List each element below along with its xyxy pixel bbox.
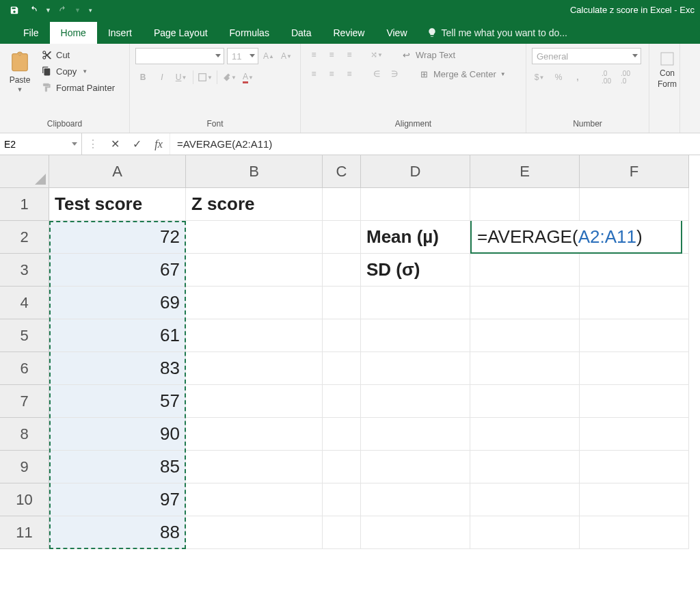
cell-B1[interactable]: Z score (186, 188, 323, 221)
column-header-A[interactable]: A (49, 155, 186, 188)
qat-customize-icon[interactable]: ▾ (89, 7, 92, 14)
cell-A3[interactable]: 67 (49, 254, 186, 287)
name-box-input[interactable] (4, 139, 59, 150)
cell-E6[interactable] (470, 352, 580, 385)
cancel-formula-button[interactable]: ✕ (104, 137, 126, 150)
cell-E3[interactable] (470, 254, 580, 287)
row-header-8[interactable]: 8 (0, 418, 49, 451)
row-header-10[interactable]: 10 (0, 483, 49, 516)
cell-C1[interactable] (323, 188, 361, 221)
cell-D10[interactable] (361, 483, 470, 516)
cell-C9[interactable] (323, 451, 361, 483)
cell-edit-overlay[interactable]: =AVERAGE(A2:A11) (472, 221, 681, 252)
cell-C11[interactable] (323, 516, 361, 549)
cell-A10[interactable]: 97 (49, 483, 186, 516)
fx-icon[interactable]: fx (148, 138, 170, 150)
cell-D9[interactable] (361, 451, 470, 483)
cell-D3[interactable]: SD (σ) (361, 254, 470, 287)
column-header-B[interactable]: B (186, 155, 323, 188)
tab-data[interactable]: Data (280, 22, 323, 44)
cell-D7[interactable] (361, 385, 470, 418)
cell-D1[interactable] (361, 188, 470, 221)
cell-A5[interactable]: 61 (49, 319, 186, 352)
cell-F3[interactable] (580, 254, 689, 287)
cell-D5[interactable] (361, 319, 470, 352)
cell-C5[interactable] (323, 319, 361, 352)
cell-A4[interactable]: 69 (49, 287, 186, 319)
cell-D11[interactable] (361, 516, 470, 549)
cell-E4[interactable] (470, 287, 580, 319)
tab-view[interactable]: View (375, 22, 418, 44)
row-header-7[interactable]: 7 (0, 385, 49, 418)
cell-D4[interactable] (361, 287, 470, 319)
row-header-11[interactable]: 11 (0, 516, 49, 549)
cell-A8[interactable]: 90 (49, 418, 186, 451)
cell-A2[interactable]: 72 (49, 221, 186, 254)
cell-C6[interactable] (323, 352, 361, 385)
tab-page-layout[interactable]: Page Layout (143, 22, 219, 44)
undo-icon[interactable] (26, 3, 41, 18)
row-header-9[interactable]: 9 (0, 451, 49, 483)
cell-B10[interactable] (186, 483, 323, 516)
formula-input[interactable]: =AVERAGE(A2:A11) (170, 133, 700, 155)
tab-file[interactable]: File (12, 22, 50, 44)
cell-A1[interactable]: Test score (49, 188, 186, 221)
column-header-E[interactable]: E (470, 155, 580, 188)
cell-E7[interactable] (470, 385, 580, 418)
cell-F7[interactable] (580, 385, 689, 418)
name-box-dropdown-icon[interactable] (72, 142, 77, 146)
cell-A11[interactable]: 88 (49, 516, 186, 549)
cell-C3[interactable] (323, 254, 361, 287)
cell-E5[interactable] (470, 319, 580, 352)
tellme-search[interactable]: Tell me what you want to do... (418, 22, 576, 44)
copy-button[interactable]: Copy ▼ (38, 64, 118, 78)
save-icon[interactable] (7, 3, 22, 18)
cell-A7[interactable]: 57 (49, 385, 186, 418)
cell-B2[interactable] (186, 221, 323, 254)
cell-B4[interactable] (186, 287, 323, 319)
cell-F5[interactable] (580, 319, 689, 352)
cell-B7[interactable] (186, 385, 323, 418)
cell-C4[interactable] (323, 287, 361, 319)
row-header-5[interactable]: 5 (0, 319, 49, 352)
name-box[interactable] (0, 133, 82, 155)
cell-E8[interactable] (470, 418, 580, 451)
cell-C7[interactable] (323, 385, 361, 418)
cell-C10[interactable] (323, 483, 361, 516)
cell-C2[interactable] (323, 221, 361, 254)
cell-F10[interactable] (580, 483, 689, 516)
cell-A6[interactable]: 83 (49, 352, 186, 385)
cell-E11[interactable] (470, 516, 580, 549)
row-header-3[interactable]: 3 (0, 254, 49, 287)
row-header-4[interactable]: 4 (0, 287, 49, 319)
row-header-2[interactable]: 2 (0, 221, 49, 254)
cell-F8[interactable] (580, 418, 689, 451)
cell-F6[interactable] (580, 352, 689, 385)
row-header-1[interactable]: 1 (0, 188, 49, 221)
cell-F9[interactable] (580, 451, 689, 483)
cell-E1[interactable] (470, 188, 580, 221)
formula-options-icon[interactable]: ⋮ (82, 137, 104, 150)
column-header-C[interactable]: C (323, 155, 361, 188)
cell-B3[interactable] (186, 254, 323, 287)
cell-F11[interactable] (580, 516, 689, 549)
undo-dropdown-icon[interactable]: ▼ (45, 7, 51, 14)
cell-E9[interactable] (470, 451, 580, 483)
cell-F4[interactable] (580, 287, 689, 319)
cell-C8[interactable] (323, 418, 361, 451)
cell-E10[interactable] (470, 483, 580, 516)
tab-insert[interactable]: Insert (97, 22, 143, 44)
tab-home[interactable]: Home (50, 22, 97, 44)
select-all-corner[interactable] (0, 155, 49, 188)
row-header-6[interactable]: 6 (0, 352, 49, 385)
cell-D6[interactable] (361, 352, 470, 385)
confirm-formula-button[interactable]: ✓ (126, 137, 148, 150)
tab-review[interactable]: Review (323, 22, 376, 44)
cell-D2[interactable]: Mean (µ) (361, 221, 470, 254)
tab-formulas[interactable]: Formulas (219, 22, 280, 44)
cell-B8[interactable] (186, 418, 323, 451)
cell-B9[interactable] (186, 451, 323, 483)
cell-A9[interactable]: 85 (49, 451, 186, 483)
column-header-D[interactable]: D (361, 155, 470, 188)
cell-B6[interactable] (186, 352, 323, 385)
